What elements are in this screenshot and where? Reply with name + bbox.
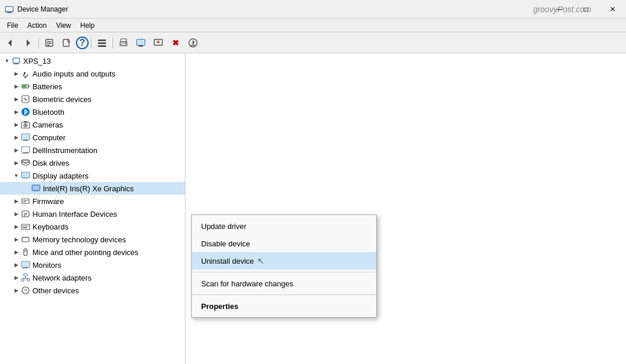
svg-rect-2 [8,12,11,13]
tree-item-other[interactable]: ▶ ? Other devices [0,284,185,297]
tree-item-batteries[interactable]: ▶ Batteries [0,80,185,93]
icon-audio [21,69,30,78]
toolbar-separator-3 [112,37,113,49]
svg-rect-40 [28,86,30,87]
remove-device-button[interactable]: ✖ [168,35,184,51]
chevron-audio: ▶ [12,69,21,78]
menu-action[interactable]: Action [23,20,51,31]
svg-text:?: ? [24,288,27,294]
svg-rect-71 [21,224,30,230]
svg-rect-89 [21,279,24,281]
svg-rect-53 [23,152,28,153]
svg-rect-86 [23,267,28,268]
svg-rect-52 [21,147,30,152]
tree-item-display[interactable]: ▼ Display adapters [0,169,185,182]
svg-point-20 [125,42,126,43]
update-driver-button[interactable] [59,35,75,51]
chevron-firmware: ▶ [12,196,21,206]
tree-item-mice[interactable]: ▶ Mice and other pointing devices [0,246,185,259]
chevron-mice: ▶ [12,247,21,257]
svg-rect-33 [14,63,19,64]
svg-rect-62 [32,185,39,190]
chevron-network: ▶ [12,273,21,282]
svg-rect-16 [98,45,106,47]
tree-item-intel-iris[interactable]: Intel(R) Iris(R) Xe Graphics [0,182,185,195]
tree-item-hid[interactable]: ▶ Human Interface Devices [0,208,185,220]
menu-file[interactable]: File [2,20,23,31]
menu-view[interactable]: View [52,20,76,31]
chevron-monitors: ▶ [12,260,21,270]
svg-rect-8 [47,43,52,44]
svg-rect-73 [24,225,26,227]
tree-item-dell[interactable]: ▶ DellInstrumentation [0,144,185,156]
tree-label-other: Other devices [32,286,79,295]
svg-text:+: + [156,39,160,45]
tree-item-cameras[interactable]: ▶ Cameras [0,118,185,131]
icon-bluetooth [21,107,30,117]
svg-rect-59 [22,173,29,177]
chevron-computer: ▶ [12,133,21,142]
ctx-separator-1 [192,272,376,272]
icon-disk [21,158,30,168]
menu-bar: File Action View Help [0,19,626,32]
tree-item-audio[interactable]: ▶ Audio inputs and outputs [0,67,185,80]
help-button[interactable]: ? [76,37,89,49]
tree-label-keyboards: Keyboards [32,223,68,231]
ctx-uninstall-device[interactable]: Uninstall device ↖ [192,252,376,270]
tree-label-firmware: Firmware [32,197,64,206]
menu-help[interactable]: Help [76,20,100,31]
back-button[interactable] [2,35,19,51]
svg-rect-19 [121,43,126,45]
icon-hid [21,209,30,219]
add-legacy-button[interactable]: + [150,35,166,51]
chevron-cameras: ▶ [12,120,21,129]
minimize-button[interactable]: ─ [546,0,573,19]
ctx-disable-device[interactable]: Disable device [192,235,376,252]
svg-rect-22 [138,41,144,44]
maximize-button[interactable]: □ [573,0,599,19]
icon-biometric [21,94,30,104]
tree-item-biometric[interactable]: ▶ Biometric devices [0,93,185,105]
tree-label-computer: Computer [32,133,65,142]
tree-label-hid: Human Interface Devices [32,210,117,219]
toggle-view-button[interactable] [94,35,110,51]
chevron-hid: ▶ [12,209,21,219]
properties-button[interactable] [41,35,57,51]
forward-button[interactable] [20,35,36,51]
close-button[interactable]: ✕ [599,0,626,19]
tree-label-bluetooth: Bluetooth [32,108,64,117]
scan-hardware-button[interactable] [133,35,149,51]
tree-item-disk[interactable]: ▶ Disk drives [0,156,185,169]
svg-marker-4 [8,39,12,46]
app-icon [5,5,14,14]
print-button[interactable] [115,35,132,51]
ctx-update-driver-label: Update driver [201,222,246,231]
tree-label-disk: Disk drives [32,159,70,168]
tree-item-xps13[interactable]: ▼ XPS_13 [0,54,185,67]
ctx-separator-2 [192,294,376,295]
chevron-disk: ▶ [12,158,21,168]
ctx-update-driver[interactable]: Update driver [192,217,376,235]
icon-computer [21,133,30,142]
svg-rect-17 [121,39,126,42]
ctx-scan-hardware[interactable]: Scan for hardware changes [192,275,376,292]
tree-item-monitors[interactable]: ▶ Monitors [0,259,185,271]
tree-item-bluetooth[interactable]: ▶ Bluetooth [0,105,185,118]
tree-label-intel-iris: Intel(R) Iris(R) Xe Graphics [43,184,134,193]
tree-item-keyboards[interactable]: ▶ Keyboards [0,220,185,233]
tree-item-memory[interactable]: ▶ Memory technology devices [0,233,185,246]
tree-label-batteries: Batteries [32,82,62,91]
svg-rect-47 [24,121,27,122]
svg-rect-3 [7,13,12,13]
download-button[interactable] [185,35,201,51]
ctx-disable-device-label: Disable device [201,239,250,248]
tree-item-network[interactable]: ▶ Network adapters [0,271,185,284]
svg-rect-15 [98,42,106,44]
ctx-properties[interactable]: Properties [192,297,376,315]
toolbar-separator-2 [91,37,92,49]
tree-item-firmware[interactable]: ▶ Firmware [0,195,185,208]
device-tree[interactable]: ▼ XPS_13 ▶ Aud [0,53,185,364]
tree-label-audio: Audio inputs and outputs [32,70,115,78]
icon-xps13 [12,56,21,65]
tree-item-computer[interactable]: ▶ Computer [0,131,185,144]
